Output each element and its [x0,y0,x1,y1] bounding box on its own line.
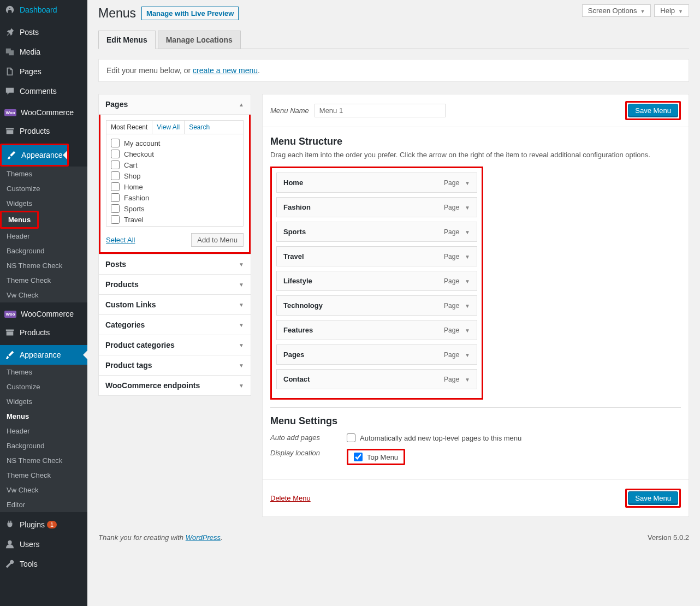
submenu-customize[interactable]: Customize [0,181,87,196]
manage-live-preview-button[interactable]: Manage with Live Preview [141,7,239,20]
caret-down-icon: ▼ [239,302,244,308]
sidebar-item-media[interactable]: Media [0,42,87,62]
sidebar-item-woocommerce[interactable]: WooWooCommerce [0,104,87,121]
sidebar-item-appearance-2[interactable]: Appearance [0,345,87,365]
menu-item-contact[interactable]: ContactPage▼ [276,369,477,389]
menu-item-lifestyle[interactable]: LifestylePage▼ [276,271,477,291]
submenu-menus[interactable]: Menus [2,212,37,227]
subtab-search[interactable]: Search [185,121,214,134]
submenu-widgets[interactable]: Widgets [0,196,87,211]
admin-sidebar: Dashboard Posts Media Pages Comments Woo… [0,0,87,606]
page-checkbox[interactable] [111,182,120,191]
help-button[interactable]: Help [654,4,689,17]
submenu-theme-check[interactable]: Theme Check [0,273,87,288]
plugin-update-badge: 1 [47,521,57,528]
page-checkbox[interactable] [111,150,120,158]
info-bar: Edit your menu below, or create a new me… [98,59,689,82]
submenu-themes[interactable]: Themes [0,167,87,181]
tab-edit-menus[interactable]: Edit Menus [98,31,156,49]
pages-icon [4,66,15,77]
page-item-label: Home [124,183,143,191]
sidebar-item-posts[interactable]: Posts [0,22,87,42]
submenu2-themes[interactable]: Themes [0,365,87,379]
submenu-ns-theme-check[interactable]: NS Theme Check [0,258,87,273]
pages-checklist[interactable]: My accountCheckoutCartShopHomeFashionSpo… [106,134,244,227]
menu-settings-title: Menu Settings [270,415,681,433]
create-new-menu-link[interactable]: create a new menu [193,66,258,75]
sidebar-item-products[interactable]: Products [0,121,87,141]
metabox-categories[interactable]: Categories▼ [98,314,251,335]
sidebar-item-pages[interactable]: Pages [0,62,87,81]
chevron-down-icon: ▼ [465,205,470,211]
page-checkbox[interactable] [111,139,120,147]
menu-item-travel[interactable]: TravelPage▼ [276,246,477,266]
wrench-icon [4,559,15,569]
page-checkbox[interactable] [111,215,120,224]
sidebar-item-tools[interactable]: Tools [0,554,87,574]
menu-name-input[interactable] [315,104,446,117]
auto-add-pages-checkbox[interactable] [347,433,355,442]
metabox-product-categories[interactable]: Product categories▼ [98,335,251,355]
subtab-view-all[interactable]: View All [152,121,185,134]
subtab-most-recent[interactable]: Most Recent [106,121,152,134]
metabox-posts[interactable]: Posts▼ [98,254,251,275]
submenu2-background[interactable]: Background [0,438,87,453]
metabox-woocommerce-endpoints[interactable]: WooCommerce endpoints▼ [98,375,251,396]
delete-menu-link[interactable]: Delete Menu [270,494,311,502]
save-menu-button-bottom[interactable]: Save Menu [628,491,678,505]
page-checkbox[interactable] [111,193,120,202]
sidebar-item-comments[interactable]: Comments [0,81,87,101]
metabox-custom-links[interactable]: Custom Links▼ [98,294,251,315]
page-checkbox[interactable] [111,204,120,213]
submenu2-theme-check[interactable]: Theme Check [0,468,87,483]
sidebar-item-woocommerce-2[interactable]: WooWooCommerce [0,305,87,323]
nav-tabs: Edit Menus Manage Locations [98,31,689,49]
page-checkbox[interactable] [111,171,120,180]
tab-manage-locations[interactable]: Manage Locations [158,31,241,49]
menu-item-sports[interactable]: SportsPage▼ [276,222,477,242]
archive-icon [4,327,15,338]
menu-structure-desc: Drag each item into the order you prefer… [263,151,689,167]
screen-options-button[interactable]: Screen Options [582,4,651,17]
menu-item-technology[interactable]: TechnologyPage▼ [276,295,477,316]
submenu2-menus[interactable]: Menus [0,409,87,424]
submenu2-ns-theme-check[interactable]: NS Theme Check [0,453,87,468]
submenu2-editor[interactable]: Editor [0,497,87,512]
save-menu-button-top[interactable]: Save Menu [628,104,678,117]
wordpress-link[interactable]: WordPress [186,533,221,542]
sidebar-item-users[interactable]: Users [0,534,87,554]
add-to-menu-button[interactable]: Add to Menu [191,233,244,247]
sidebar-item-dashboard[interactable]: Dashboard [0,0,87,20]
pages-metabox-toggle[interactable]: Pages ▲ [99,94,251,115]
sidebar-item-appearance[interactable]: Appearance [2,145,67,165]
submenu2-header[interactable]: Header [0,424,87,438]
submenu2-customize[interactable]: Customize [0,379,87,394]
menu-item-fashion[interactable]: FashionPage▼ [276,197,477,217]
page-item-label: Travel [124,216,144,224]
comment-icon [4,86,15,97]
submenu-background[interactable]: Background [0,243,87,258]
menu-item-pages[interactable]: PagesPage▼ [276,344,477,365]
auto-add-pages-label: Auto add pages [270,433,347,442]
metabox-products[interactable]: Products▼ [98,274,251,295]
sidebar-item-products-2[interactable]: Products [0,323,87,342]
gauge-icon [4,4,15,15]
metabox-product-tags[interactable]: Product tags▼ [98,355,251,376]
version-text: Version 5.0.2 [648,533,689,542]
menu-name-label: Menu Name [270,106,309,115]
chevron-down-icon: ▼ [465,303,470,309]
submenu2-widgets[interactable]: Widgets [0,394,87,409]
menu-item-home[interactable]: HomePage▼ [276,173,477,193]
menu-item-features[interactable]: FeaturesPage▼ [276,320,477,340]
submenu-header[interactable]: Header [0,229,87,243]
plug-icon [4,519,15,530]
submenu-vw-check[interactable]: Vw Check [0,288,87,302]
submenu2-vw-check[interactable]: Vw Check [0,483,87,497]
caret-down-icon: ▼ [239,342,244,348]
pin-icon [4,27,15,38]
select-all-link[interactable]: Select All [106,236,135,244]
menu-structure-title: Menu Structure [263,127,689,151]
page-checkbox[interactable] [111,161,120,169]
top-menu-checkbox[interactable] [354,453,363,461]
sidebar-item-plugins[interactable]: Plugins1 [0,515,87,534]
